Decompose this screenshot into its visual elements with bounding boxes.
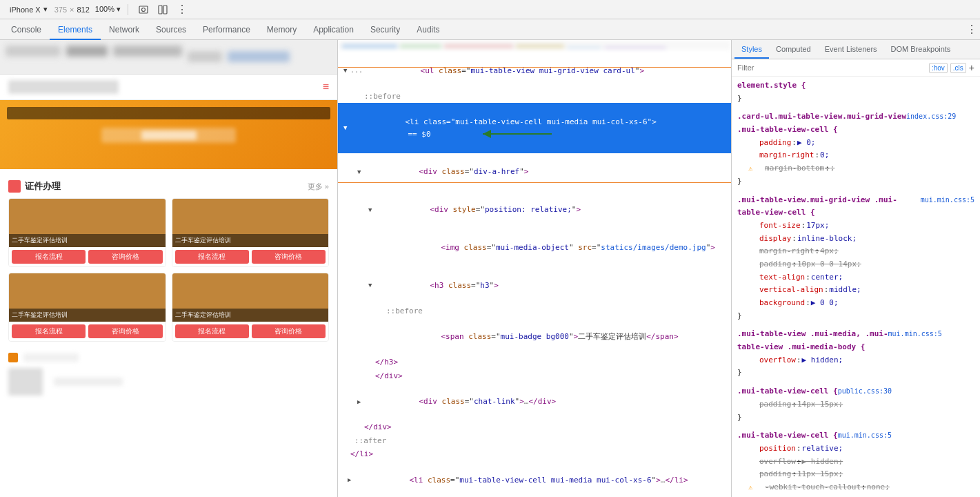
css-rule-media: .mui-table-view .mui-media, .mui- mui.mi… <box>737 328 974 380</box>
html-line-div-a[interactable]: <div class="div-a-href"> <box>338 153 731 191</box>
css-rule-card-ul: .card-ul.mui-table-view.mui-grid-view in… <box>737 110 974 188</box>
tab-security[interactable]: Security <box>362 19 408 40</box>
html-line-close-div1[interactable]: </div> <box>338 369 731 383</box>
filter-cls-button[interactable]: .cls <box>950 63 966 73</box>
css-file-link[interactable]: mui.min.css:5 <box>921 194 974 206</box>
card-grid: 二手车鉴定评估培训 报名流程 咨询价格 二手车鉴定评估培训 报名流程 咨询价格 <box>0 198 337 347</box>
css-file-link[interactable]: mui.min.css:5 <box>888 328 942 340</box>
css-value: relative; <box>802 442 843 456</box>
css-property: text-align <box>759 271 805 284</box>
app-header-left <box>8 80 119 94</box>
html-line-h3[interactable]: <h3 class="h3"> <box>338 266 731 304</box>
card-item: 二手车鉴定评估培训 报名流程 咨询价格 <box>8 198 166 267</box>
consult-button[interactable]: 咨询价格 <box>252 324 326 338</box>
triangle-icon[interactable] <box>357 397 364 407</box>
css-closing-line: } <box>737 494 974 497</box>
css-selector-line: element.style { <box>737 79 974 92</box>
toggle-button[interactable] <box>154 1 171 18</box>
tab-sources[interactable]: Sources <box>148 19 194 40</box>
html-line-after[interactable]: ::after <box>338 434 731 448</box>
tab-performance[interactable]: Performance <box>194 19 259 40</box>
triangle-icon[interactable] <box>368 280 375 290</box>
html-line-img[interactable]: <img class="mui-media-object" src="stati… <box>338 228 731 266</box>
triangle-icon[interactable] <box>343 123 350 133</box>
tab-network[interactable]: Network <box>101 19 148 40</box>
svg-rect-0 <box>139 6 148 13</box>
css-value: 11px 15px; <box>797 468 843 481</box>
tab-elements[interactable]: Elements <box>50 19 101 40</box>
enroll-button[interactable]: 报名流程 <box>175 250 249 264</box>
tab-computed[interactable]: Computed <box>769 40 818 59</box>
html-line-before[interactable]: ::before <box>338 90 731 104</box>
css-selector-line: .mui-table-view.mui-grid-view .mui-table… <box>737 194 974 220</box>
css-selector-line: .mui-table-view-cell { mui.min.css:5 <box>737 429 974 442</box>
html-code: <ul class="mui-table-view mui-grid-view … <box>366 52 644 89</box>
device-arrow[interactable]: ▾ <box>43 5 48 14</box>
css-prop-line: overflow: ▶ hidden; <box>748 354 974 367</box>
html-line-close-h3[interactable]: </h3> <box>338 355 731 369</box>
triangle-icon[interactable] <box>368 205 375 215</box>
triangle-icon[interactable] <box>348 475 354 485</box>
html-line-div-rel[interactable]: <div style="position: relative;"> <box>338 191 731 229</box>
html-line-before2[interactable]: ::before <box>338 304 731 318</box>
html-line-selected[interactable]: <li class="mui-table-view-cell mui-media… <box>338 103 731 153</box>
device-zoom[interactable]: 100% ▾ <box>95 5 121 14</box>
dots-prefix: ... <box>350 65 363 76</box>
triangle-icon[interactable] <box>357 167 364 177</box>
css-file-link[interactable]: mui.min.css:5 <box>838 429 892 441</box>
mobile-screen: ≡ 证件办理 更多 » <box>0 75 337 497</box>
enroll-button[interactable]: 报名流程 <box>12 324 86 338</box>
filter-hov-button[interactable]: :hov <box>929 63 948 73</box>
html-line-span[interactable]: <span class="mui-badge bg000">二手车鉴定评估培训<… <box>338 318 731 355</box>
tab-memory[interactable]: Memory <box>259 19 305 40</box>
consult-button[interactable]: 咨询价格 <box>88 250 162 264</box>
enroll-button[interactable]: 报名流程 <box>12 250 86 264</box>
enroll-button[interactable]: 报名流程 <box>175 324 249 338</box>
css-closing-brace: } <box>737 310 742 323</box>
styles-filter-input[interactable] <box>737 64 926 72</box>
css-property: margin-bottom <box>765 162 824 175</box>
css-file-link[interactable]: public.css:30 <box>838 385 892 397</box>
html-line-close-div2[interactable]: </div> <box>338 420 731 434</box>
tab-event-listeners[interactable]: Event Listeners <box>818 40 884 59</box>
css-property: background <box>759 297 805 310</box>
add-style-button[interactable]: + <box>969 62 974 73</box>
toolbar-separator <box>128 4 128 15</box>
bottom-section <box>0 347 337 407</box>
css-prop-line: vertical-align: middle; <box>748 284 974 297</box>
overflow-menu[interactable]: ⋮ <box>177 3 188 16</box>
more-link[interactable]: 更多 » <box>308 182 329 192</box>
device-selector[interactable]: iPhone X ▾ <box>6 3 52 15</box>
consult-button[interactable]: 咨询价格 <box>88 324 162 338</box>
html-tree[interactable]: ... <ul class="mui-table-view mui-grid-v… <box>338 49 731 497</box>
html-code: <div style="position: relative;"> <box>375 192 581 228</box>
card-image: 二手车鉴定评估培训 <box>172 199 329 247</box>
tab-application[interactable]: Application <box>305 19 362 40</box>
tab-styles[interactable]: Styles <box>734 40 769 59</box>
css-closing-line: } <box>737 310 974 323</box>
html-line-li2[interactable]: <li class="mui-table-view-cell mui-media… <box>338 461 731 497</box>
css-prop-line: ⚠ -webkit-touch-callout: none; <box>748 481 974 494</box>
css-value: ; <box>830 162 835 175</box>
css-prop-line: font-size: 17px; <box>748 220 974 233</box>
app-menu-icon[interactable]: ≡ <box>323 81 329 93</box>
tab-dom-breakpoints[interactable]: DOM Breakpoints <box>884 40 958 59</box>
tab-console[interactable]: Console <box>3 19 50 40</box>
card-buttons: 报名流程 咨询价格 <box>172 247 329 266</box>
card-title: 二手车鉴定评估培训 <box>172 234 329 247</box>
css-file-link[interactable]: index.css:29 <box>906 110 956 122</box>
warning-icon: ⚠ <box>748 162 752 174</box>
card-image: 二手车鉴定评估培训 <box>172 273 329 322</box>
css-closing-brace: } <box>737 92 742 106</box>
elements-top-blur <box>338 40 731 49</box>
tab-audits[interactable]: Audits <box>408 19 448 40</box>
html-line[interactable]: ... <ul class="mui-table-view mui-grid-v… <box>338 52 731 90</box>
html-line-close-li[interactable]: </li> <box>338 447 731 461</box>
screenshot-button[interactable] <box>135 1 152 18</box>
css-prop-line: padding: ▶ 0; <box>748 137 974 150</box>
html-line-chat[interactable]: <div class="chat-link">…</div> <box>338 382 731 420</box>
consult-button[interactable]: 咨询价格 <box>252 250 326 264</box>
tabs-overflow[interactable]: ⋮ <box>966 23 977 36</box>
css-sub-selector-line: .mui-table-view-cell { <box>737 124 974 137</box>
triangle-icon[interactable] <box>343 66 350 75</box>
